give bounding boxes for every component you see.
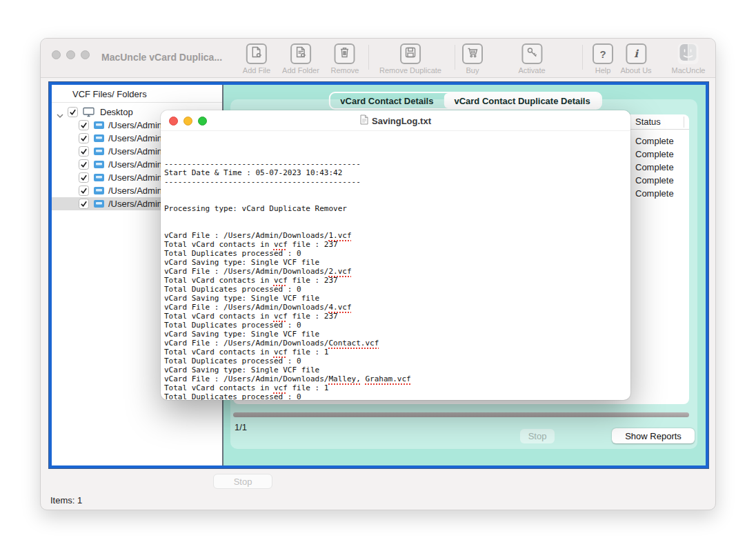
log-line: [164, 195, 630, 204]
log-line: vCard Saving type: Single VCF file: [164, 294, 630, 303]
log-line: Total Duplicates processed : 0: [164, 249, 630, 258]
table-row-status: Complete: [635, 188, 674, 199]
status-column-header[interactable]: Status: [635, 117, 661, 127]
log-line: vCard Saving type: Single VCF file: [164, 330, 630, 339]
vcard-file-icon: [93, 199, 105, 212]
zoom-button[interactable]: [81, 50, 90, 59]
tool-label: About Us: [620, 66, 651, 74]
log-line: [164, 213, 630, 222]
screen: MacUncle vCard Duplica... Add File: [0, 0, 756, 551]
savinglog-title: SavingLog.txt: [372, 116, 431, 126]
log-text[interactable]: ----------------------------------------…: [161, 131, 630, 400]
add-file-button[interactable]: Add File: [243, 43, 270, 74]
log-line: Total vCard contacts in vcf file : 1: [164, 383, 630, 392]
toolbar-separator: [455, 45, 455, 70]
add-folder-button[interactable]: Add Folder: [282, 43, 319, 74]
toolbar-separator: [582, 45, 583, 70]
macuncle-logo-icon: [679, 43, 698, 65]
log-line: [164, 222, 630, 231]
tool-label: Buy: [462, 66, 483, 74]
key-icon: [525, 46, 539, 62]
log-line: [164, 150, 630, 159]
info-icon: i: [634, 48, 638, 60]
checkbox-checked[interactable]: [68, 107, 78, 117]
window-controls: [52, 50, 90, 59]
trash-icon: [338, 46, 352, 62]
page-count: 1/1: [235, 422, 247, 432]
checkbox-checked[interactable]: [79, 172, 89, 183]
tool-label: MacUncle: [672, 66, 706, 74]
log-line: Processing type: vCard Duplicate Remover: [164, 204, 630, 213]
minimize-button[interactable]: [66, 50, 75, 59]
tab-vcard-contact-details[interactable]: vCard Contact Details: [330, 93, 444, 108]
log-line: vCard File : /Users/Admin/Downloads/Mall…: [164, 374, 630, 383]
buy-button[interactable]: Buy: [462, 43, 483, 74]
log-line: vCard File : /Users/Admin/Downloads/1.vc…: [164, 231, 630, 240]
tool-label: Activate: [518, 66, 545, 74]
log-line: vCard File : /Users/Admin/Downloads/Cont…: [164, 339, 630, 348]
tool-label: Add File: [243, 66, 270, 74]
tab-vcard-contact-duplicate-details[interactable]: vCard Contact Duplicate Details: [444, 93, 600, 108]
tool-label: Help: [593, 66, 613, 74]
checkbox-checked[interactable]: [79, 159, 89, 170]
table-row-status: Complete: [635, 136, 674, 146]
items-count-label: Items: 1: [50, 495, 82, 505]
app-title: MacUncle vCard Duplica...: [101, 52, 222, 63]
log-line: Total Duplicates processed : 0: [164, 357, 630, 365]
log-line: vCard Saving type: Single VCF file: [164, 258, 630, 267]
log-line: Start Date & Time : 05-07-2023 10:43:42: [164, 168, 630, 177]
column-separator: [684, 117, 684, 128]
checkbox-checked[interactable]: [79, 199, 89, 209]
floppy-icon: [404, 46, 417, 62]
log-line: Total vCard contacts in vcf file : 237: [164, 312, 630, 321]
remove-duplicate-button[interactable]: Remove Duplicate: [379, 43, 441, 74]
cart-icon: [466, 46, 479, 62]
tool-label: Remove: [331, 66, 359, 74]
add-folder-icon: [294, 46, 308, 62]
table-row-status: Complete: [635, 162, 674, 172]
log-line: [164, 141, 630, 150]
tab-bar: vCard Contact Details vCard Contact Dupl…: [328, 92, 601, 110]
close-button[interactable]: [52, 50, 61, 59]
log-line: Total vCard contacts in vcf file : 237: [164, 276, 630, 285]
checkbox-checked[interactable]: [79, 146, 89, 157]
checkbox-checked[interactable]: [79, 133, 89, 143]
log-line: [164, 186, 630, 195]
add-file-icon: [250, 46, 263, 62]
log-line: ----------------------------------------…: [164, 177, 630, 186]
table-row-status: Complete: [635, 175, 674, 186]
document-icon: [360, 114, 368, 128]
table-row-status: Complete: [635, 149, 674, 159]
checkbox-checked[interactable]: [79, 186, 89, 196]
tree-item-label: Desktop: [100, 107, 133, 117]
log-line: ----------------------------------------…: [164, 159, 630, 168]
sidebar-header: VCF Files/ Folders: [52, 85, 222, 103]
log-line: Total vCard contacts in vcf file : 1: [164, 348, 630, 357]
remove-button[interactable]: Remove: [331, 43, 359, 74]
app-titlebar: MacUncle vCard Duplica... Add File: [41, 39, 715, 78]
macuncle-button[interactable]: MacUncle: [672, 43, 706, 74]
help-button[interactable]: ? Help: [593, 43, 613, 74]
log-line: vCard File : /Users/Admin/Downloads/2.vc…: [164, 267, 630, 276]
log-line: vCard Saving type: Single VCF file: [164, 365, 630, 374]
question-icon: ?: [599, 48, 606, 60]
activate-button[interactable]: Activate: [518, 43, 545, 74]
show-reports-button[interactable]: Show Reports: [612, 428, 695, 443]
log-line: vCard File : /Users/Admin/Downloads/4.vc…: [164, 303, 630, 312]
sidebar-header-label: VCF Files/ Folders: [72, 89, 147, 99]
log-line: Total Duplicates processed : 0: [164, 321, 630, 330]
log-line: [164, 132, 630, 141]
footer-stop-button[interactable]: Stop: [213, 474, 272, 489]
savinglog-window: SavingLog.txt --------------------------…: [161, 110, 630, 400]
tool-label: Add Folder: [282, 66, 319, 74]
log-line: Total Duplicates processed : 0: [164, 392, 630, 400]
stop-button[interactable]: Stop: [520, 429, 555, 443]
log-line: Total Duplicates processed : 0: [164, 285, 630, 294]
savinglog-titlebar[interactable]: SavingLog.txt: [161, 110, 630, 131]
tool-label: Remove Duplicate: [379, 66, 441, 74]
toolbar-separator: [368, 45, 369, 70]
checkbox-checked[interactable]: [79, 120, 89, 130]
about-us-button[interactable]: i About Us: [620, 43, 651, 74]
progress-bar: [233, 412, 689, 417]
log-line: Total vCard contacts in vcf file : 237: [164, 240, 630, 249]
